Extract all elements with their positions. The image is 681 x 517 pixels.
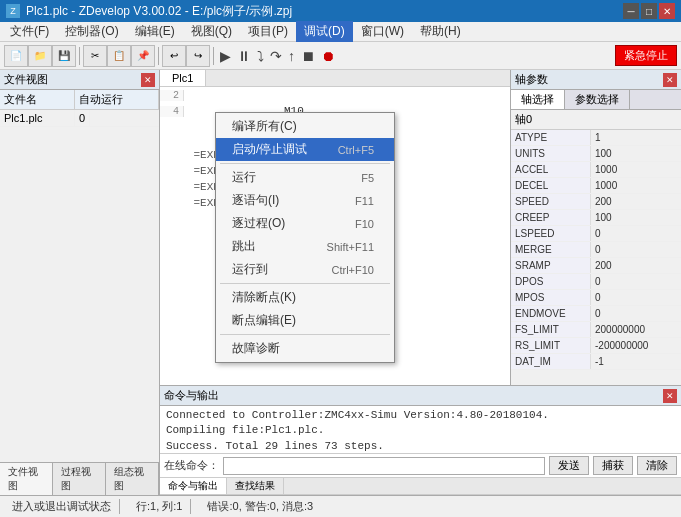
param-row-merge: MERGE 0 — [511, 242, 681, 258]
window-controls: ─ □ ✕ — [623, 3, 675, 19]
param-row-fslimit: FS_LIMIT 200000000 — [511, 322, 681, 338]
toolbar-btn-2[interactable]: 📁 — [28, 45, 52, 67]
tab-process-view[interactable]: 过程视图 — [53, 463, 106, 495]
toolbar: 📄 📁 💾 ✂ 📋 📌 ↩ ↪ ▶ ⏸ ⤵ ↷ ↑ ⏹ ⏺ 紧急停止 — [0, 42, 681, 70]
file-row-1[interactable]: Plc1.plc 0 — [0, 110, 159, 127]
toolbar-btn-8[interactable]: ↪ — [186, 45, 210, 67]
toolbar-sep-3 — [213, 47, 214, 65]
col-filename: 文件名 — [0, 90, 75, 109]
param-row-speed: SPEED 200 — [511, 194, 681, 210]
code-line-2: 2 — [160, 89, 510, 102]
axis-params-panel: 轴参数 ✕ 轴选择 参数选择 轴0 ATYPE 1 UNI — [511, 70, 681, 385]
menu-item-start-stop-debug[interactable]: 启动/停止调试 Ctrl+F5 — [216, 138, 394, 161]
toolbar-sep-1 — [79, 47, 80, 65]
cmd-input-row: 在线命令： 发送 捕获 清除 — [160, 453, 681, 477]
cmd-panel-header: 命令与输出 ✕ — [160, 386, 681, 406]
stop-button[interactable]: ⏹ — [298, 48, 318, 64]
menu-item-fault-diag[interactable]: 故障诊断 — [216, 337, 394, 360]
play-button[interactable]: ▶ — [217, 48, 234, 64]
menu-edit[interactable]: 编辑(E) — [127, 21, 183, 42]
code-tab-plc1[interactable]: Plc1 — [160, 70, 206, 86]
tab-find-results[interactable]: 查找结果 — [227, 478, 284, 494]
title-left: Z Plc1.plc - ZDevelop V3.00.02 - E:/plc例… — [6, 3, 292, 20]
param-row-sramp: SRAMP 200 — [511, 258, 681, 274]
menu-item-clear-breakpoints[interactable]: 清除断点(K) — [216, 286, 394, 309]
col-autorun: 自动运行 — [75, 90, 159, 109]
axis-params-close-btn[interactable]: ✕ — [663, 73, 677, 87]
menu-item-compile-all[interactable]: 编译所有(C) — [216, 115, 394, 138]
param-row-atype: ATYPE 1 — [511, 130, 681, 146]
menu-sep-2 — [220, 283, 390, 284]
menu-window[interactable]: 窗口(W) — [353, 21, 412, 42]
cmd-panel-title: 命令与输出 — [164, 388, 219, 403]
param-row-creep: CREEP 100 — [511, 210, 681, 226]
menu-view[interactable]: 视图(Q) — [183, 21, 240, 42]
toolbar-btn-1[interactable]: 📄 — [4, 45, 28, 67]
capture-button[interactable]: 捕获 — [593, 456, 633, 475]
pause-button[interactable]: ⏸ — [234, 48, 254, 64]
file-view-title: 文件视图 — [4, 72, 48, 87]
file-view-close-btn[interactable]: ✕ — [141, 73, 155, 87]
menu-debug[interactable]: 调试(D) — [296, 21, 353, 42]
tab-param-select[interactable]: 参数选择 — [565, 90, 630, 109]
status-bar: 进入或退出调试状态 行:1, 列:1 错误:0, 警告:0, 消息:3 — [0, 495, 681, 517]
maximize-button[interactable]: □ — [641, 3, 657, 19]
menu-item-step-over[interactable]: 逐过程(O) F10 — [216, 212, 394, 235]
step-out-button[interactable]: ↑ — [285, 48, 298, 64]
record-button[interactable]: ⏺ — [318, 48, 338, 64]
close-button[interactable]: ✕ — [659, 3, 675, 19]
emergency-stop-button[interactable]: 紧急停止 — [615, 45, 677, 66]
cmd-panel-close-btn[interactable]: ✕ — [663, 389, 677, 403]
axis-label: 轴0 — [511, 110, 681, 130]
menu-project[interactable]: 项目(P) — [240, 21, 296, 42]
axis-params-title: 轴参数 — [515, 72, 548, 87]
menu-item-edit-breakpoints[interactable]: 断点编辑(E) — [216, 309, 394, 332]
menu-file[interactable]: 文件(F) — [2, 21, 57, 42]
menu-item-run-to[interactable]: 运行到 Ctrl+F10 — [216, 258, 394, 281]
status-position: 行:1, 列:1 — [128, 499, 191, 514]
tab-file-view[interactable]: 文件视图 — [0, 463, 53, 495]
param-row-units: UNITS 100 — [511, 146, 681, 162]
toolbar-btn-4[interactable]: ✂ — [83, 45, 107, 67]
step-over-button[interactable]: ↷ — [267, 48, 285, 64]
axis-params-header: 轴参数 ✕ — [511, 70, 681, 90]
toolbar-btn-7[interactable]: ↩ — [162, 45, 186, 67]
menu-bar: 文件(F) 控制器(O) 编辑(E) 视图(Q) 项目(P) 调试(D) 窗口(… — [0, 22, 681, 42]
menu-sep-3 — [220, 334, 390, 335]
file-tree-header: 文件名 自动运行 — [0, 90, 159, 110]
minimize-button[interactable]: ─ — [623, 3, 639, 19]
tab-config-view[interactable]: 组态视图 — [106, 463, 159, 495]
status-errors: 错误:0, 警告:0, 消息:3 — [199, 499, 321, 514]
param-row-mpos: MPOS 0 — [511, 290, 681, 306]
toolbar-btn-5[interactable]: 📋 — [107, 45, 131, 67]
clear-button[interactable]: 清除 — [637, 456, 677, 475]
cmd-tabs: 命令与输出 查找结果 — [160, 477, 681, 495]
file-tree: 文件名 自动运行 Plc1.plc 0 — [0, 90, 159, 462]
menu-sep-1 — [220, 163, 390, 164]
cmd-output: Connected to Controller:ZMC4xx-Simu Vers… — [160, 406, 681, 453]
menu-item-step-out[interactable]: 跳出 Shift+F11 — [216, 235, 394, 258]
param-row-rslimit: RS_LIMIT -200000000 — [511, 338, 681, 354]
axis-tabs: 轴选择 参数选择 — [511, 90, 681, 110]
toolbar-btn-6[interactable]: 📌 — [131, 45, 155, 67]
step-in-button[interactable]: ⤵ — [254, 48, 267, 64]
menu-controller[interactable]: 控制器(O) — [57, 21, 126, 42]
param-row-decel: DECEL 1000 — [511, 178, 681, 194]
tab-cmd-output[interactable]: 命令与输出 — [160, 478, 227, 494]
toolbar-btn-3[interactable]: 💾 — [52, 45, 76, 67]
cmd-line-1: Connected to Controller:ZMC4xx-Simu Vers… — [166, 408, 675, 423]
menu-help[interactable]: 帮助(H) — [412, 21, 469, 42]
file-view-header: 文件视图 ✕ — [0, 70, 159, 90]
file-view-panel: 文件视图 ✕ 文件名 自动运行 Plc1.plc 0 文件视图 过程视图 组态视… — [0, 70, 160, 495]
cmd-input-field[interactable] — [223, 457, 545, 475]
tab-axis-select[interactable]: 轴选择 — [511, 90, 565, 109]
cmd-line-3: Success. Total 29 lines 73 steps. — [166, 439, 675, 453]
menu-item-run[interactable]: 运行 F5 — [216, 166, 394, 189]
file-name-cell: Plc1.plc — [0, 110, 75, 126]
menu-item-step-into[interactable]: 逐语句(I) F11 — [216, 189, 394, 212]
send-button[interactable]: 发送 — [549, 456, 589, 475]
toolbar-sep-2 — [158, 47, 159, 65]
param-row-dpos: DPOS 0 — [511, 274, 681, 290]
title-bar: Z Plc1.plc - ZDevelop V3.00.02 - E:/plc例… — [0, 0, 681, 22]
param-row-lspeed: LSPEED 0 — [511, 226, 681, 242]
